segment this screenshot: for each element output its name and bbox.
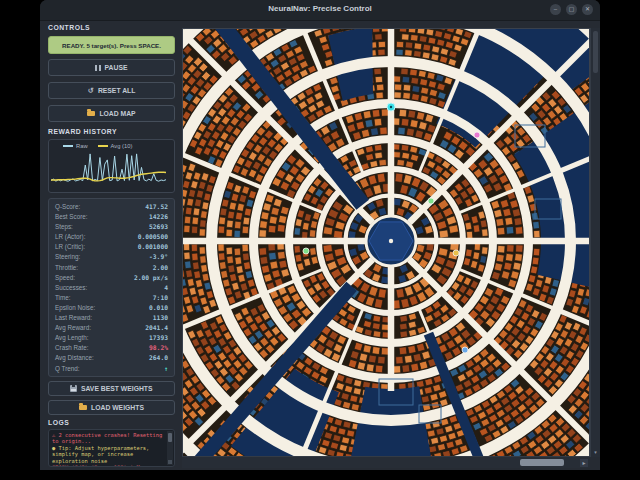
reward-plot xyxy=(49,149,174,185)
hscroll-right-arrow[interactable]: ▸ xyxy=(580,459,588,467)
stat-row: LR (Critic):0.001000 xyxy=(55,242,168,252)
map-vertical-scrollbar[interactable]: ▾ xyxy=(590,28,600,457)
pause-label: PAUSE xyxy=(105,64,128,71)
save-weights-label: SAVE BEST WEIGHTS xyxy=(81,385,153,392)
pause-icon xyxy=(95,65,100,71)
screen: NeuralNav: Precise Control – ▢ ✕ CONTROL… xyxy=(0,0,640,480)
stat-label: Avg Reward: xyxy=(55,323,91,333)
load-map-button[interactable]: LOAD MAP xyxy=(48,105,175,122)
stat-label: Successes: xyxy=(55,283,87,293)
stat-value: 4 xyxy=(164,283,168,293)
log-line: CRASH (0/2) (Scr: -100) | Mem: 10000P/24… xyxy=(52,464,165,467)
stat-label: Q-Score: xyxy=(55,202,80,212)
stat-value: 98.2% xyxy=(149,343,168,353)
stat-label: LR (Actor): xyxy=(55,232,85,242)
maximize-button[interactable]: ▢ xyxy=(566,4,577,15)
load-weights-label: LOAD WEIGHTS xyxy=(91,404,144,411)
stat-row: Best Score:14226 xyxy=(55,212,168,222)
stat-label: Crash Rate: xyxy=(55,343,89,353)
log-scrollbar[interactable] xyxy=(167,431,173,465)
app-window: NeuralNav: Precise Control – ▢ ✕ CONTROL… xyxy=(40,0,600,470)
status-banner: READY. 5 target(s). Press SPACE. xyxy=(48,36,175,54)
stat-value: -3.9° xyxy=(149,252,168,262)
stat-row: Last Reward:1130 xyxy=(55,313,168,323)
stat-label: Throttle: xyxy=(55,263,78,273)
stat-row: Time:7:10 xyxy=(55,293,168,303)
stats-panel: Q-Score:417.52Best Score:14226Steps:5269… xyxy=(48,198,175,377)
stat-row: Avg Length:17393 xyxy=(55,333,168,343)
stat-row: Avg Reward:2041.4 xyxy=(55,323,168,333)
stat-row: Steps:52693 xyxy=(55,222,168,232)
controls-header: CONTROLS xyxy=(48,24,90,31)
log-lines: ⚠ 2 consecutive crashes! Resetting to or… xyxy=(52,432,165,467)
raw-line-swatch xyxy=(63,145,73,147)
stat-value: 1130 xyxy=(153,313,168,323)
folder-icon xyxy=(87,111,95,117)
legend-avg: Avg (10) xyxy=(98,143,133,149)
stat-label: Avg Distance: xyxy=(55,353,94,363)
stat-label: Time: xyxy=(55,293,71,303)
stat-value: 2041.4 xyxy=(145,323,168,333)
map-viewport[interactable] xyxy=(182,28,590,457)
vscroll-down-arrow[interactable]: ▾ xyxy=(593,449,599,455)
stat-label: LR (Critic): xyxy=(55,242,85,252)
reward-chart: Raw Avg (10) xyxy=(48,139,175,193)
hscroll-handle[interactable] xyxy=(520,459,564,466)
close-button[interactable]: ✕ xyxy=(582,4,593,15)
stat-value: 52693 xyxy=(149,222,168,232)
stat-label: Last Reward: xyxy=(55,313,92,323)
title-bar[interactable]: NeuralNav: Precise Control – ▢ ✕ xyxy=(40,0,600,21)
stat-value: 2.00 xyxy=(153,263,168,273)
log-line: ⚠ 2 consecutive crashes! Resetting to or… xyxy=(52,432,165,445)
log-line: ● Tip: Adjust hyperparameters, simplify … xyxy=(52,445,165,464)
stat-row: Steering:-3.9° xyxy=(55,252,168,262)
reset-all-button[interactable]: ↺ RESET ALL xyxy=(48,82,175,99)
stat-value: ↑ xyxy=(164,364,168,374)
stat-row: Speed:2.00 px/s xyxy=(55,273,168,283)
stat-row: Throttle:2.00 xyxy=(55,263,168,273)
window-title: NeuralNav: Precise Control xyxy=(40,4,600,13)
log-scrollbar-arrow[interactable] xyxy=(168,460,172,464)
stat-label: Speed: xyxy=(55,273,75,283)
stat-row: Q-Score:417.52 xyxy=(55,202,168,212)
reward-chart-svg xyxy=(49,149,168,185)
legend-raw: Raw xyxy=(63,143,88,149)
stat-label: Steps: xyxy=(55,222,73,232)
stat-row: Q Trend:↑ xyxy=(55,364,168,374)
sidebar: CONTROLS READY. 5 target(s). Press SPACE… xyxy=(45,22,180,468)
stat-value: 17393 xyxy=(149,333,168,343)
log-scrollbar-handle[interactable] xyxy=(168,433,172,442)
stat-label: Epsilon Noise: xyxy=(55,303,95,313)
stat-value: 2.00 px/s xyxy=(134,273,168,283)
minimize-button[interactable]: – xyxy=(550,4,561,15)
load-weights-button[interactable]: LOAD WEIGHTS xyxy=(48,400,175,415)
stat-value: 0.001000 xyxy=(138,242,168,252)
load-map-label: LOAD MAP xyxy=(99,110,135,117)
reward-history-header: REWARD HISTORY xyxy=(48,128,117,135)
save-best-weights-button[interactable]: SAVE BEST WEIGHTS xyxy=(48,381,175,396)
pause-button[interactable]: PAUSE xyxy=(48,59,175,76)
stat-label: Steering: xyxy=(55,252,80,262)
city-map[interactable] xyxy=(183,29,589,456)
stat-value: 264.0 xyxy=(149,353,168,363)
stat-label: Best Score: xyxy=(55,212,88,222)
vscroll-handle[interactable] xyxy=(593,31,598,73)
log-panel: ⚠ 2 consecutive crashes! Resetting to or… xyxy=(48,429,175,467)
stat-row: Crash Rate:98.2% xyxy=(55,343,168,353)
stat-value: 0.000500 xyxy=(138,232,168,242)
stat-value: 0.010 xyxy=(149,303,168,313)
logs-header: LOGS xyxy=(48,419,69,426)
map-horizontal-scrollbar[interactable]: ▸ xyxy=(182,456,590,468)
stat-row: LR (Actor):0.000500 xyxy=(55,232,168,242)
stat-row: Avg Distance:264.0 xyxy=(55,353,168,363)
avg-line-swatch xyxy=(98,145,108,147)
save-icon xyxy=(70,385,77,392)
stat-value: 417.52 xyxy=(145,202,168,212)
stat-label: Avg Length: xyxy=(55,333,89,343)
reset-label: RESET ALL xyxy=(98,87,136,94)
stat-value: 7:10 xyxy=(153,293,168,303)
stat-label: Q Trend: xyxy=(55,364,80,374)
stat-value: 14226 xyxy=(149,212,168,222)
folder-icon xyxy=(79,405,87,411)
stat-row: Successes:4 xyxy=(55,283,168,293)
